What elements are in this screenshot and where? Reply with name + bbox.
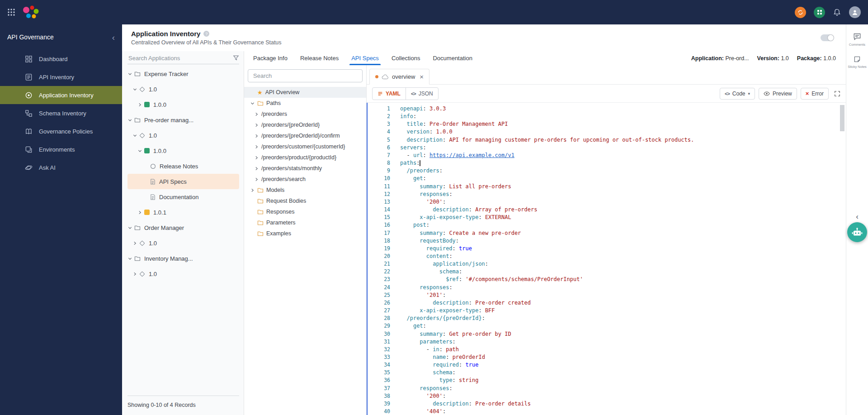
code-line[interactable]: 37 responses:: [368, 385, 846, 392]
app-tree-item-1-0[interactable]: 1.0: [127, 235, 239, 251]
error-button[interactable]: × Error: [801, 88, 829, 100]
code-line[interactable]: 23 $ref: '#/components/schemas/PreOrderI…: [368, 276, 846, 283]
tab-package-info[interactable]: Package Info: [247, 51, 294, 65]
caret-right-icon[interactable]: [254, 123, 261, 128]
spec-item-examples[interactable]: Examples: [244, 228, 366, 239]
code-line[interactable]: 4 version: 1.0.0: [368, 128, 846, 136]
caret-down-icon[interactable]: [127, 225, 134, 230]
json-toggle[interactable]: <> JSON: [406, 88, 438, 100]
close-icon[interactable]: ×: [420, 73, 424, 80]
sidebar-item-governance-policies[interactable]: Governance Policies: [0, 122, 122, 140]
code-line[interactable]: 5 description: API for managing customer…: [368, 136, 846, 144]
code-line[interactable]: 13 '200':: [368, 198, 846, 206]
code-line[interactable]: 25 '201':: [368, 291, 846, 299]
code-line[interactable]: 33 name: preOrderId: [368, 353, 846, 361]
spec-item-paths[interactable]: Paths: [244, 98, 366, 109]
app-tree-item-release-notes[interactable]: Release Notes: [127, 158, 239, 174]
spec-item-preorders-preorderid-confirm[interactable]: /preorders/{preOrderId}/confirm: [244, 130, 366, 141]
caret-down-icon[interactable]: [132, 133, 139, 138]
editor-scrollbar[interactable]: [840, 105, 844, 131]
caret-down-icon[interactable]: [127, 72, 134, 76]
sidebar-item-ask-ai[interactable]: Ask AI: [0, 158, 122, 176]
code-line[interactable]: 28 /preorders/{preOrderId}:: [368, 315, 846, 322]
caret-right-icon[interactable]: [254, 166, 261, 171]
app-tree-item-1-0[interactable]: 1.0: [127, 266, 239, 281]
app-tree-item-api-specs[interactable]: API Specs: [127, 174, 239, 189]
caret-right-icon[interactable]: [254, 177, 261, 182]
spec-item-responses[interactable]: Responses: [244, 206, 366, 217]
code-line[interactable]: 34 required: true: [368, 361, 846, 369]
app-tree-item-inventory-manag[interactable]: Inventory Manag...: [127, 251, 239, 266]
product-switch-icon[interactable]: [795, 7, 806, 18]
apps-grid-icon[interactable]: [814, 7, 825, 18]
app-tree-item-1-0-1[interactable]: 1.0.1: [127, 205, 239, 220]
spec-item-preorders[interactable]: /preorders: [244, 109, 366, 119]
spec-item-preorders-customer-customerid[interactable]: /preorders/customer/{customerId}: [244, 141, 366, 152]
code-editor[interactable]: 1openapi: 3.0.32info:3 title: Pre-Order …: [367, 103, 846, 415]
code-line[interactable]: 16 post:: [368, 221, 846, 229]
tab-release-notes[interactable]: Release Notes: [294, 51, 345, 65]
code-line[interactable]: 2info:: [368, 113, 846, 120]
application-search-input[interactable]: [127, 54, 233, 62]
caret-right-icon[interactable]: [254, 112, 261, 117]
sidebar-item-environments[interactable]: Environments: [0, 140, 122, 158]
spec-item-preorders-preorderid[interactable]: /preorders/{preOrderId}: [244, 119, 366, 130]
caret-right-icon[interactable]: [137, 210, 144, 215]
code-line[interactable]: 32 - in: path: [368, 346, 846, 353]
caret-right-icon[interactable]: [132, 241, 139, 246]
caret-down-icon[interactable]: [127, 118, 134, 123]
code-line[interactable]: 3 title: Pre-Order Management API: [368, 120, 846, 128]
caret-right-icon[interactable]: [132, 272, 139, 277]
comments-button[interactable]: Comments: [849, 33, 865, 47]
code-line[interactable]: 18 requestBody:: [368, 237, 846, 245]
caret-down-icon[interactable]: [132, 87, 139, 92]
code-line[interactable]: 14 description: Array of pre-orders: [368, 206, 846, 214]
caret-right-icon[interactable]: [137, 102, 144, 107]
code-line[interactable]: 22 schema:: [368, 268, 846, 276]
caret-right-icon[interactable]: [254, 155, 261, 160]
caret-right-icon[interactable]: [250, 188, 257, 193]
code-line[interactable]: 21 application/json:: [368, 260, 846, 268]
app-tree-item-expense-tracker[interactable]: Expense Tracker: [127, 66, 239, 81]
code-line[interactable]: 36 type: string: [368, 377, 846, 384]
brand-logo[interactable]: [22, 4, 41, 20]
editor-tab-overview[interactable]: overview ×: [369, 69, 429, 85]
fullscreen-icon[interactable]: [834, 91, 840, 97]
code-line[interactable]: 11 summary: List all pre-orders: [368, 183, 846, 191]
spec-item-request-bodies[interactable]: Request Bodies: [244, 196, 366, 206]
code-line[interactable]: 40 '404':: [368, 408, 846, 415]
spec-search-input[interactable]: [252, 72, 358, 80]
tab-documentation[interactable]: Documentation: [426, 51, 478, 65]
spec-item-preorders-search[interactable]: /preorders/search: [244, 174, 366, 185]
code-line[interactable]: 35 schema:: [368, 369, 846, 377]
code-line[interactable]: 15 x-api-exposer-type: EXTERNAL: [368, 214, 846, 221]
app-tree-item-documentation[interactable]: Documentation: [127, 189, 239, 205]
code-line[interactable]: 31 parameters:: [368, 338, 846, 346]
yaml-toggle[interactable]: YAML: [373, 88, 406, 100]
sidebar-collapse-icon[interactable]: ‹: [112, 33, 115, 42]
code-line[interactable]: 39 description: Pre-order details: [368, 400, 846, 408]
info-icon[interactable]: ?: [203, 31, 209, 37]
code-line[interactable]: 24 responses:: [368, 284, 846, 291]
app-tree-item-1-0-0[interactable]: 1.0.0: [127, 143, 239, 158]
sidebar-item-schema-inventory[interactable]: Schema Inventory: [0, 104, 122, 122]
sidebar-item-dashboard[interactable]: Dashboard: [0, 50, 122, 68]
code-line[interactable]: 9 /preorders:: [368, 167, 846, 175]
filter-icon[interactable]: [233, 55, 239, 61]
sticky-notes-button[interactable]: Sticky Notes: [848, 56, 867, 69]
sidebar-item-api-inventory[interactable]: API Inventory: [0, 68, 122, 86]
sidebar-item-application-inventory[interactable]: Application Inventory: [0, 86, 122, 104]
code-line[interactable]: 29 get:: [368, 322, 846, 330]
caret-down-icon[interactable]: [137, 148, 144, 153]
code-line[interactable]: 38 '200':: [368, 392, 846, 400]
view-toggle[interactable]: [821, 34, 834, 41]
app-tree-item-1-0-0[interactable]: 1.0.0: [127, 97, 239, 112]
spec-item-preorders-stats-monthly[interactable]: /preorders/stats/monthly: [244, 163, 366, 174]
preview-button[interactable]: Preview: [759, 88, 797, 100]
app-tree-item-1-0[interactable]: 1.0: [127, 81, 239, 97]
code-line[interactable]: 8paths:: [368, 159, 846, 167]
tab-collections[interactable]: Collections: [385, 51, 427, 65]
spec-item-preorders-product-productid[interactable]: /preorders/product/{productId}: [244, 152, 366, 163]
code-line[interactable]: 6servers:: [368, 144, 846, 152]
code-line[interactable]: 30 summary: Get pre-order by ID: [368, 330, 846, 338]
